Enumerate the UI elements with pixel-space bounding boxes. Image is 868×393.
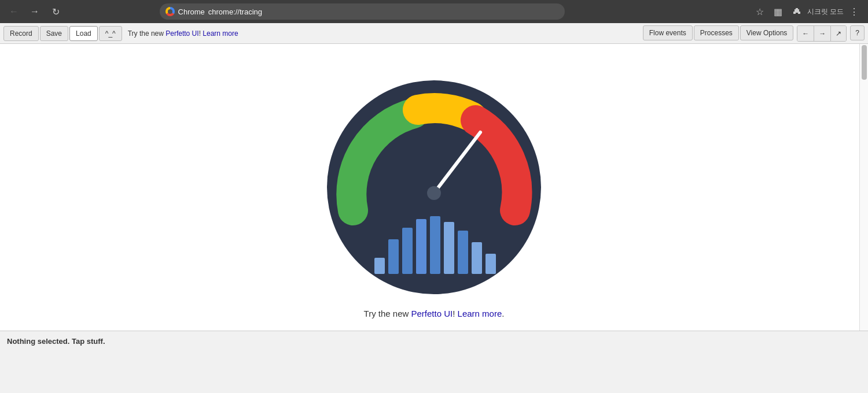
- svg-rect-5: [402, 228, 413, 274]
- page-toolbar: Record Save Load ^_^ Try the new Perfett…: [0, 23, 868, 44]
- scrollbar-thumb[interactable]: [862, 45, 867, 80]
- bookmark-button[interactable]: ☆: [752, 3, 768, 20]
- reload-button[interactable]: ↻: [47, 3, 64, 20]
- toolbar-learn-more-link[interactable]: Learn more: [203, 29, 238, 38]
- split-button[interactable]: ▦: [770, 3, 786, 20]
- address-text: Chrome: [178, 8, 205, 16]
- svg-rect-8: [444, 222, 454, 274]
- toolbar-perfetto-link[interactable]: Perfetto UI: [165, 29, 198, 38]
- svg-rect-9: [458, 231, 468, 274]
- scrollbar[interactable]: [859, 44, 868, 331]
- nav-arrows: ← → ↗: [797, 25, 847, 42]
- flow-events-button[interactable]: Flow events: [643, 25, 693, 40]
- menu-button[interactable]: ⋮: [846, 3, 862, 20]
- load-button[interactable]: Load: [69, 26, 98, 41]
- caret-button[interactable]: ^_^: [99, 26, 122, 41]
- centered-description: Try the new Perfetto UI! Learn more.: [364, 309, 505, 318]
- learn-more-link[interactable]: Learn more: [458, 309, 502, 318]
- browser-toolbar-right: ☆ ▦ 시크릿 모드 ⋮: [752, 3, 862, 20]
- nav-next-button[interactable]: →: [814, 26, 831, 41]
- toolbar-info-text: Try the new Perfetto UI! Learn more: [128, 29, 642, 38]
- toolbar-right-buttons: Flow events Processes View Options ← → ↗…: [643, 25, 865, 42]
- svg-rect-3: [374, 258, 385, 274]
- perfetto-link[interactable]: Perfetto UI: [411, 309, 453, 318]
- svg-rect-4: [388, 239, 399, 274]
- save-button[interactable]: Save: [40, 26, 68, 41]
- svg-rect-11: [486, 254, 496, 274]
- browser-titlebar: ← → ↻ Chrome chrome://tracing ☆ ▦ 시크릿 모드…: [0, 0, 868, 23]
- korean-label: 시크릿 모드: [807, 7, 844, 17]
- forward-button[interactable]: →: [27, 3, 43, 20]
- record-button[interactable]: Record: [3, 26, 39, 41]
- centered-prefix: Try the new: [364, 309, 411, 318]
- toolbar-prefix: Try the new: [128, 29, 166, 38]
- nav-prev-button[interactable]: ←: [797, 26, 814, 41]
- processes-button[interactable]: Processes: [694, 25, 739, 40]
- main-content: Try the new Perfetto UI! Learn more. Not…: [0, 44, 868, 351]
- address-url: chrome://tracing: [208, 8, 262, 16]
- status-bar: Nothing selected. Tap stuff.: [0, 331, 868, 351]
- tracing-logo-container: Try the new Perfetto UI! Learn more.: [324, 77, 544, 318]
- svg-rect-7: [430, 216, 440, 274]
- address-bar[interactable]: Chrome chrome://tracing: [160, 3, 565, 20]
- svg-rect-10: [472, 242, 482, 274]
- view-options-button[interactable]: View Options: [740, 25, 793, 40]
- nav-expand-button[interactable]: ↗: [831, 26, 846, 41]
- tracing-logo: [324, 77, 544, 297]
- centered-suffix: .: [502, 309, 504, 318]
- status-text: Nothing selected. Tap stuff.: [7, 337, 105, 346]
- chrome-icon: [165, 7, 175, 16]
- extension-button[interactable]: [789, 3, 805, 20]
- svg-point-2: [427, 186, 441, 200]
- back-button[interactable]: ←: [6, 3, 22, 20]
- help-button[interactable]: ?: [850, 25, 865, 40]
- svg-rect-6: [416, 219, 426, 274]
